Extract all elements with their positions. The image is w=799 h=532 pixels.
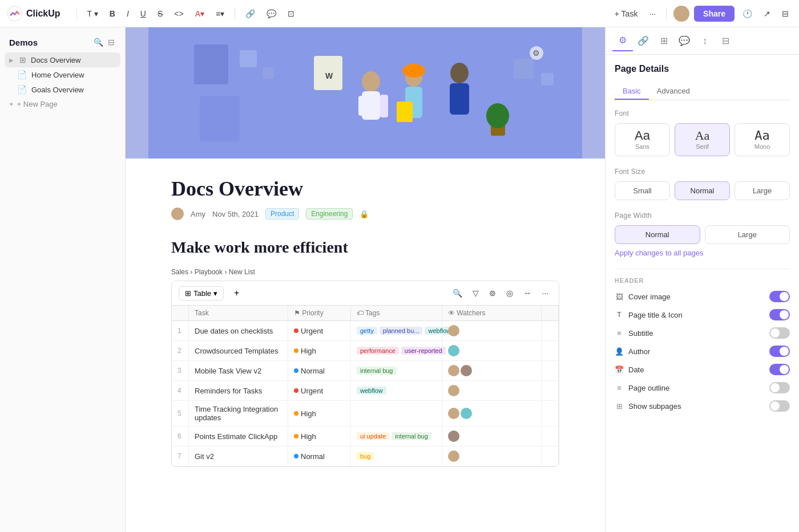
svg-rect-8 [358,96,366,116]
panel-tab-link[interactable]: 🔗 [633,31,653,51]
subtitle-toggle[interactable] [769,327,790,339]
history-btn[interactable]: 🕐 [739,7,756,21]
filter-icon[interactable]: ▽ [469,286,482,300]
cover-image-toggle[interactable] [769,291,790,302]
link-btn[interactable]: 🔗 [242,7,259,21]
strikethrough-btn[interactable]: S [154,7,166,21]
layout-btn[interactable]: ⊟ [778,7,792,21]
col-priority[interactable]: ⚑ Priority [288,306,351,320]
priority-cell[interactable]: Urgent [288,381,351,400]
panel-tab-grid[interactable]: ⊞ [653,31,674,51]
tag[interactable]: internal bug [392,432,431,440]
apply-changes-link[interactable]: Apply changes to all pages [615,249,790,257]
table-view-btn[interactable]: ⊞ Table ▾ [179,286,224,300]
date-toggle[interactable] [769,364,790,375]
author-toggle[interactable] [769,346,790,357]
tag-engineering[interactable]: Engineering [306,208,353,220]
font-label: Font [615,109,790,117]
sidebar-search-btn[interactable]: 🔍 [92,36,104,48]
width-option-large[interactable]: Large [705,225,790,244]
col-watchers[interactable]: 👁 Watchers [442,306,542,320]
task-name[interactable]: Reminders for Tasks [189,381,288,400]
priority-cell[interactable]: Normal [288,446,351,466]
size-option-small[interactable]: Small [615,181,670,200]
toggle-label: Author [628,347,650,356]
font-option-serif[interactable]: Aa Serif [675,123,730,156]
group-icon[interactable]: ⊚ [486,286,499,300]
font-option-sans[interactable]: Aa Sans [615,123,670,156]
font-option-mono[interactable]: Aa Mono [735,123,790,156]
underline-btn[interactable]: U [137,7,150,21]
col-tags[interactable]: 🏷 Tags [351,306,442,320]
document-heading: Make work more efficient [171,238,559,257]
task-name[interactable]: Points Estimate ClickApp [189,427,288,446]
tag[interactable]: performance [357,347,399,355]
breadcrumb-text: Sales › Playbook › New List [171,268,255,276]
task-name[interactable]: Git v2 [189,446,288,466]
page-outline-toggle[interactable] [769,382,790,393]
user-avatar[interactable] [673,6,689,22]
tag[interactable]: user-reported [401,347,446,355]
embed-btn[interactable]: ⊡ [284,7,298,21]
tag[interactable]: planned bu... [380,327,423,335]
add-task-btn[interactable]: + Task [611,7,641,21]
panel-subtab-advanced[interactable]: Advanced [649,83,698,100]
tag[interactable]: bug [357,452,374,460]
new-page-btn[interactable]: + + New Page [5,97,120,111]
align-btn[interactable]: ≡▾ [212,7,228,21]
app-logo[interactable]: ClickUp [7,6,60,22]
watchers-cell [442,341,542,360]
tag[interactable]: webflow [357,387,386,395]
panel-tab-view[interactable]: ⊟ [715,31,736,51]
more-options-btn[interactable]: ··· [645,7,659,21]
color-btn[interactable]: A▾ [192,7,208,21]
width-option-normal[interactable]: Normal [615,225,700,244]
sidebar-collapse-btn[interactable]: ⊟ [107,36,116,48]
tag[interactable]: ui update [357,432,389,440]
task-name[interactable]: Crowdsourced Templates [189,341,288,360]
sidebar-item-home-overview[interactable]: 📄 Home Overview [5,67,120,82]
size-option-large[interactable]: Large [735,181,790,200]
priority-cell[interactable]: High [288,401,351,426]
svg-rect-2 [194,44,228,84]
tag[interactable]: getty [357,327,377,335]
export-btn[interactable]: ↗ [760,7,774,21]
more-icon[interactable]: ··· [538,286,552,300]
size-option-normal[interactable]: Normal [675,181,730,200]
tag[interactable]: internal bug [357,367,397,375]
panel-subtab-basic[interactable]: Basic [615,83,649,100]
search-icon[interactable]: 🔍 [449,286,466,300]
sidebar-item-goals-overview[interactable]: 📄 Goals Overview [5,82,120,97]
tag-product[interactable]: Product [265,208,299,220]
share-button[interactable]: Share [694,6,735,22]
panel-tab-settings[interactable]: ⚙ [612,31,633,51]
add-field-btn[interactable]: + [228,286,245,300]
task-name[interactable]: Time Tracking Integration updates [189,401,288,426]
view-icon[interactable]: ◎ [503,286,516,300]
show-subpages-toggle[interactable] [769,400,790,412]
panel-tab-sort[interactable]: ↕ [695,31,715,51]
code-btn[interactable]: <> [171,7,187,21]
watchers-cell [442,361,542,380]
panel-tab-comment[interactable]: 💬 [674,31,695,51]
priority-cell[interactable]: High [288,427,351,446]
main-layout: Demos 🔍 ⊟ ▶ ⊞ Docs Overview 📄 Home Overv… [0,27,799,532]
bold-btn[interactable]: B [106,7,119,21]
page-title-toggle[interactable] [769,309,790,320]
panel-separator [615,269,790,269]
resize-icon[interactable]: ↔ [520,286,535,300]
comment-btn[interactable]: 💬 [263,7,280,21]
row-num: 2 [172,341,189,360]
table-container: ⊞ Table ▾ + 🔍 ▽ ⊚ ◎ ↔ ··· [171,281,559,467]
panel-title: Page Details [615,64,790,74]
priority-cell[interactable]: Urgent [288,321,351,340]
table-section: Sales › Playbook › New List ⊞ Table ▾ + … [171,268,559,467]
italic-btn[interactable]: I [123,7,132,21]
task-name[interactable]: Mobile Task View v2 [189,361,288,380]
sidebar-item-docs-overview[interactable]: ▶ ⊞ Docs Overview [5,52,120,67]
col-task[interactable]: Task [189,306,288,320]
task-name[interactable]: Due dates on checklists [189,321,288,340]
text-format-btn[interactable]: T ▾ [84,7,102,21]
priority-cell[interactable]: High [288,341,351,360]
priority-cell[interactable]: Normal [288,361,351,380]
